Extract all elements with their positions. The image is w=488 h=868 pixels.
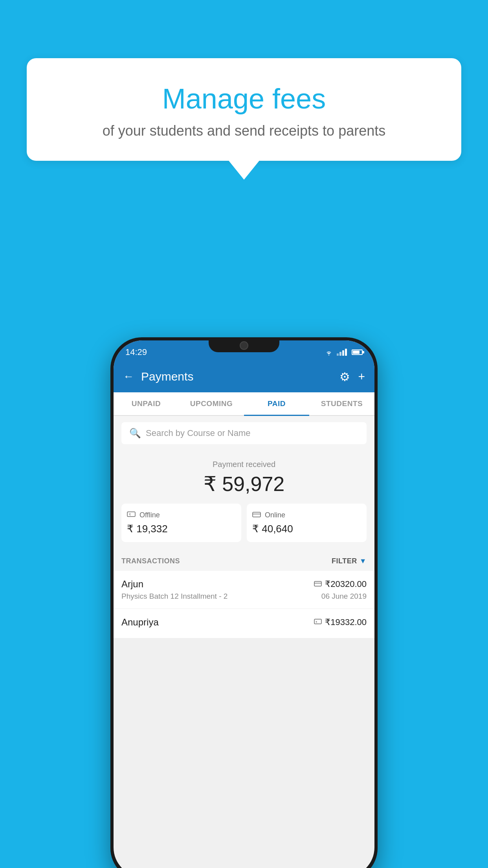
svg-rect-5 — [314, 583, 321, 584]
transaction-amount: ₹19332.00 — [325, 617, 367, 627]
speech-bubble: Manage fees of your students and send re… — [27, 58, 461, 161]
transaction-amount: ₹20320.00 — [325, 579, 367, 589]
filter-icon: ▼ — [360, 557, 367, 565]
table-row[interactable]: Arjun ₹20320.00 Physics Batch 12 Install… — [114, 571, 374, 609]
transaction-list: Arjun ₹20320.00 Physics Batch 12 Install… — [114, 571, 374, 638]
offline-label: Offline — [139, 511, 160, 519]
filter-button[interactable]: FILTER ▼ — [332, 557, 367, 565]
tab-unpaid[interactable]: UNPAID — [114, 392, 179, 415]
payment-cards: ₹ Offline ₹ 19,332 — [121, 504, 367, 542]
offline-card: ₹ Offline ₹ 19,332 — [121, 504, 241, 542]
payment-amount: ₹ 59,972 — [121, 472, 367, 496]
transaction-bottom: Physics Batch 12 Installment - 2 06 June… — [121, 592, 367, 601]
status-icons — [324, 349, 363, 356]
battery-icon — [352, 349, 363, 355]
online-card-header: Online — [252, 511, 361, 520]
search-placeholder: Search by Course or Name — [146, 428, 251, 438]
front-camera — [240, 341, 248, 350]
phone-screen: 14:29 — [114, 340, 374, 868]
header-title: Payments — [141, 370, 339, 383]
online-card: Online ₹ 40,640 — [247, 504, 367, 542]
transactions-header: TRANSACTIONS FILTER ▼ — [114, 550, 374, 571]
transaction-name: Anupriya — [121, 617, 159, 628]
wifi-icon — [324, 349, 334, 356]
offline-card-header: ₹ Offline — [127, 511, 236, 520]
online-label: Online — [265, 511, 285, 519]
transaction-course: Physics Batch 12 Installment - 2 — [121, 592, 227, 601]
tab-upcoming[interactable]: UPCOMING — [179, 392, 244, 415]
online-payment-icon — [314, 580, 322, 588]
transaction-amount-wrap: ₹ ₹19332.00 — [314, 617, 367, 627]
phone-frame: 14:29 — [110, 337, 378, 868]
signal-icon — [337, 349, 347, 356]
payment-summary: Payment received ₹ 59,972 ₹ Offline — [114, 451, 374, 550]
bubble-subtitle: of your students and send receipts to pa… — [42, 123, 446, 139]
bubble-title: Manage fees — [42, 82, 446, 116]
transaction-date: 06 June 2019 — [321, 592, 367, 601]
svg-text:₹: ₹ — [129, 513, 131, 517]
app-header: ← Payments ⚙ + — [114, 361, 374, 392]
offline-icon: ₹ — [127, 511, 136, 520]
online-amount: ₹ 40,640 — [252, 523, 361, 535]
search-bar[interactable]: 🔍 Search by Course or Name — [121, 422, 367, 444]
add-button[interactable]: + — [358, 370, 365, 383]
filter-label: FILTER — [332, 557, 357, 565]
table-row[interactable]: Anupriya ₹ ₹19332.00 — [114, 609, 374, 638]
tab-paid[interactable]: PAID — [244, 392, 309, 415]
status-time: 14:29 — [125, 347, 147, 357]
phone-notch — [209, 337, 279, 352]
svg-rect-3 — [253, 513, 261, 515]
payment-label: Payment received — [121, 460, 367, 469]
tabs-bar: UNPAID UPCOMING PAID STUDENTS — [114, 392, 374, 416]
transaction-name: Arjun — [121, 579, 143, 590]
settings-button[interactable]: ⚙ — [339, 370, 350, 384]
back-button[interactable]: ← — [123, 370, 134, 383]
search-container: 🔍 Search by Course or Name — [114, 416, 374, 451]
search-icon: 🔍 — [129, 428, 141, 439]
transaction-top: Anupriya ₹ ₹19332.00 — [121, 617, 367, 628]
tab-students[interactable]: STUDENTS — [309, 392, 374, 415]
offline-amount: ₹ 19,332 — [127, 523, 236, 535]
offline-payment-icon: ₹ — [314, 618, 322, 627]
online-icon — [252, 511, 261, 520]
svg-text:₹: ₹ — [316, 621, 317, 623]
transaction-top: Arjun ₹20320.00 — [121, 579, 367, 590]
transactions-label: TRANSACTIONS — [121, 557, 180, 565]
svg-rect-0 — [127, 512, 135, 517]
transaction-amount-wrap: ₹20320.00 — [314, 579, 367, 589]
header-icons: ⚙ + — [339, 370, 365, 384]
